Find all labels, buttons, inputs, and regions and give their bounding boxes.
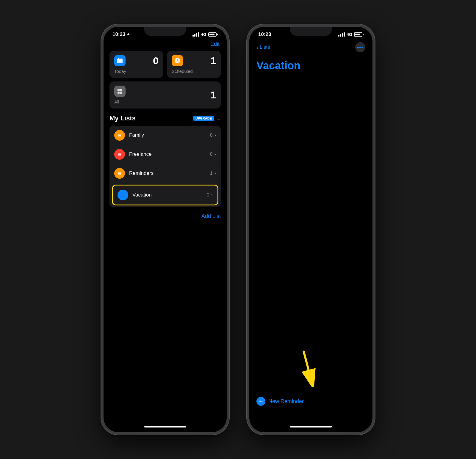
family-count: 0 bbox=[210, 133, 213, 138]
svg-rect-8 bbox=[120, 92, 122, 94]
freelance-chevron-icon: › bbox=[214, 152, 216, 157]
more-button[interactable]: ••• bbox=[355, 42, 365, 52]
freelance-count: 0 bbox=[210, 152, 213, 157]
svg-rect-5 bbox=[118, 89, 120, 91]
edit-button[interactable]: Edit bbox=[210, 41, 220, 47]
lists-container: ≡ Family 0 › ≡ Freelance 0 bbox=[109, 126, 221, 207]
scheduled-card[interactable]: 1 Scheduled bbox=[167, 51, 221, 78]
battery-icon bbox=[208, 32, 218, 37]
scene: 10:23 ➤ 4G bbox=[0, 0, 476, 459]
scheduled-icon bbox=[172, 55, 183, 66]
list-item-family[interactable]: ≡ Family 0 › bbox=[109, 126, 221, 145]
right-time-label: 10:23 bbox=[258, 32, 271, 37]
vol-up-button[interactable] bbox=[101, 86, 102, 104]
right-vol-up-button[interactable] bbox=[247, 86, 248, 104]
scheduled-count: 1 bbox=[210, 55, 216, 67]
edit-bar: Edit bbox=[104, 40, 227, 51]
all-count: 1 bbox=[210, 89, 216, 101]
upgrade-badge[interactable]: UPGRADE bbox=[193, 116, 214, 121]
right-phone: 10:23 4G bbox=[247, 24, 375, 435]
left-phone: 10:23 ➤ 4G bbox=[101, 24, 229, 435]
family-count-chevron: 0 › bbox=[210, 133, 216, 138]
my-lists-header: My Lists UPGRADE ⌄ bbox=[104, 114, 227, 126]
more-dots-icon: ••• bbox=[357, 44, 364, 51]
chevron-down-icon[interactable]: ⌄ bbox=[217, 116, 221, 121]
reminders-icon: ≡ bbox=[114, 168, 125, 179]
content-area: + New Reminder bbox=[249, 79, 372, 426]
right-screen: 10:23 4G bbox=[249, 27, 372, 432]
time-label: 10:23 bbox=[112, 32, 125, 37]
vacation-icon: ≡ bbox=[118, 190, 128, 200]
svg-rect-0 bbox=[117, 59, 123, 63]
vacation-label: Vacation bbox=[132, 192, 207, 198]
list-item-freelance[interactable]: ≡ Freelance 0 › bbox=[109, 145, 221, 164]
back-label: Lists bbox=[260, 44, 270, 50]
summary-cards: 0 Today 1 Schedule bbox=[104, 51, 227, 81]
section-actions: UPGRADE ⌄ bbox=[193, 116, 221, 121]
right-status-icons: 4G bbox=[338, 32, 364, 37]
family-chevron-icon: › bbox=[214, 133, 216, 138]
new-reminder-label: New Reminder bbox=[268, 398, 304, 405]
location-icon: ➤ bbox=[126, 32, 131, 37]
yellow-arrow-icon bbox=[295, 349, 322, 387]
freelance-count-chevron: 0 › bbox=[210, 152, 216, 157]
vacation-chevron-icon: › bbox=[211, 192, 213, 198]
back-chevron-icon: ‹ bbox=[256, 44, 259, 51]
my-lists-title: My Lists bbox=[109, 114, 136, 122]
svg-rect-1 bbox=[118, 58, 119, 59]
reminders-chevron-icon: › bbox=[214, 171, 216, 176]
svg-rect-2 bbox=[121, 58, 121, 59]
freelance-label: Freelance bbox=[129, 151, 210, 157]
scheduled-label: Scheduled bbox=[172, 69, 216, 74]
today-count: 0 bbox=[153, 55, 159, 67]
all-icon bbox=[114, 86, 126, 97]
reminders-count-chevron: 1 › bbox=[210, 171, 216, 176]
right-vol-down-button[interactable] bbox=[247, 110, 248, 128]
list-item-vacation[interactable]: ≡ Vacation 0 › bbox=[113, 186, 217, 205]
right-power-button[interactable] bbox=[374, 98, 375, 125]
vacation-count-chevron: 0 › bbox=[207, 192, 213, 198]
today-icon bbox=[114, 55, 126, 66]
svg-rect-6 bbox=[120, 89, 122, 91]
today-label: Today bbox=[114, 69, 159, 74]
right-home-indicator[interactable] bbox=[290, 426, 332, 427]
back-button[interactable]: ‹ Lists bbox=[256, 44, 270, 51]
right-time: 10:23 bbox=[258, 32, 271, 37]
left-home-indicator[interactable] bbox=[144, 426, 186, 427]
svg-rect-7 bbox=[118, 92, 120, 94]
today-card[interactable]: 0 Today bbox=[109, 51, 163, 78]
all-label: All bbox=[114, 99, 126, 104]
vacation-highlight: ≡ Vacation 0 › bbox=[112, 185, 218, 205]
svg-rect-3 bbox=[117, 60, 123, 60]
vacation-page-title: Vacation bbox=[249, 57, 372, 79]
left-screen: 10:23 ➤ 4G bbox=[104, 27, 227, 432]
add-list-row: Add List bbox=[104, 207, 227, 219]
right-status-bar: 10:23 4G bbox=[249, 27, 372, 40]
vacation-count: 0 bbox=[207, 192, 209, 198]
right-battery-icon bbox=[354, 32, 364, 37]
reminders-label: Reminders bbox=[129, 170, 210, 176]
list-item-reminders[interactable]: ≡ Reminders 1 › bbox=[109, 164, 221, 183]
family-icon: ≡ bbox=[114, 130, 125, 141]
reminders-count: 1 bbox=[210, 171, 213, 176]
power-button[interactable] bbox=[228, 98, 229, 125]
network-label: 4G bbox=[201, 32, 206, 37]
all-card[interactable]: All 1 bbox=[109, 81, 221, 109]
right-network-label: 4G bbox=[347, 32, 352, 37]
freelance-icon: ≡ bbox=[114, 149, 125, 160]
svg-line-10 bbox=[304, 352, 311, 380]
add-list-button[interactable]: Add List bbox=[201, 213, 221, 219]
signal-icon bbox=[192, 32, 199, 37]
left-status-bar: 10:23 ➤ 4G bbox=[104, 27, 227, 40]
left-time: 10:23 ➤ bbox=[112, 32, 130, 37]
family-label: Family bbox=[129, 132, 210, 138]
right-signal-icon bbox=[338, 32, 345, 37]
add-reminder-icon: + bbox=[256, 397, 265, 406]
nav-bar: ‹ Lists ••• bbox=[249, 40, 372, 57]
left-status-icons: 4G bbox=[192, 32, 218, 37]
vol-down-button[interactable] bbox=[101, 110, 102, 128]
new-reminder-row[interactable]: + New Reminder bbox=[249, 392, 372, 411]
